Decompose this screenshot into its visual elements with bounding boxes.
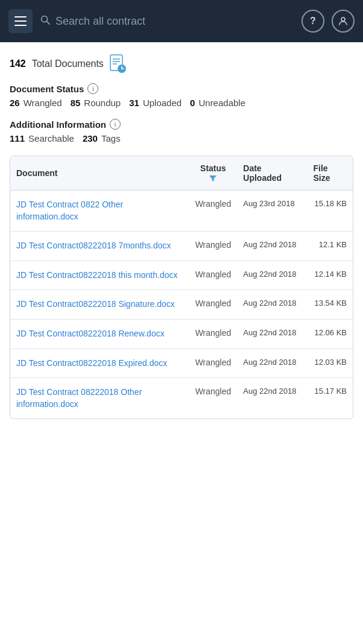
unreadable-label: Unreadable: [198, 98, 245, 108]
roundup-count: 85: [71, 98, 81, 108]
status-cell: Wrangled: [189, 319, 238, 349]
col-status-label: Status: [200, 163, 226, 173]
doc-clock-icon: [110, 54, 127, 74]
status-cell: Wrangled: [189, 378, 238, 419]
documents-table-container: Document Status Date Uploaded File Size …: [10, 156, 353, 419]
app-header: ?: [0, 0, 363, 42]
searchable-count: 111: [10, 133, 25, 144]
document-link[interactable]: JD Test Contract08222018 this month.docx: [16, 270, 177, 280]
date-cell: Aug 23rd 2018: [237, 191, 307, 232]
document-link[interactable]: JD Test Contract08222018 7months.docx: [16, 241, 171, 250]
size-cell: 12.06 KB: [307, 319, 353, 349]
status-cell: Wrangled: [189, 290, 238, 320]
search-input[interactable]: [55, 15, 294, 28]
tags-count: 230: [83, 133, 98, 144]
status-cell: Wrangled: [189, 232, 238, 261]
date-cell: Aug 22nd 2018: [237, 260, 307, 290]
date-cell: Aug 22nd 2018: [237, 319, 307, 349]
unreadable-count: 0: [190, 98, 195, 108]
filter-icon: [209, 174, 217, 183]
svg-line-1: [46, 21, 49, 24]
date-cell: Aug 22nd 2018: [237, 378, 307, 419]
additional-info-label-row: Additional Information i: [10, 119, 353, 130]
col-header-date: Date Uploaded: [237, 156, 307, 191]
roundup-label: Roundup: [84, 98, 121, 108]
searchable-label: Searchable: [28, 133, 74, 144]
document-status-info-icon[interactable]: i: [87, 83, 98, 94]
additional-info-icon[interactable]: i: [110, 119, 121, 130]
table-row: JD Test Contract 08222018 Other informat…: [10, 378, 353, 419]
user-icon: [338, 16, 349, 27]
wrangled-count: 26: [10, 98, 20, 108]
table-row: JD Test Contract08222018 Expired.docxWra…: [10, 349, 353, 378]
date-cell: Aug 22nd 2018: [237, 349, 307, 378]
size-cell: 15.18 KB: [307, 191, 353, 232]
table-row: JD Test Contract08222018 7months.docxWra…: [10, 232, 353, 261]
col-header-status[interactable]: Status: [189, 156, 238, 191]
status-cell: Wrangled: [189, 260, 238, 290]
user-button[interactable]: [332, 10, 355, 33]
table-row: JD Test Contract08222018 this month.docx…: [10, 260, 353, 290]
status-cell: Wrangled: [189, 349, 238, 378]
table-row: JD Test Contract08222018 Renew.docxWrang…: [10, 319, 353, 349]
hamburger-line-1: [14, 16, 27, 17]
table-header-row: Document Status Date Uploaded File Size: [10, 156, 353, 191]
help-label: ?: [310, 16, 316, 27]
menu-button[interactable]: [8, 9, 33, 33]
col-header-document: Document: [10, 156, 189, 191]
additional-label: Additional Information: [10, 119, 106, 130]
document-link[interactable]: JD Test Contract08222018 Renew.docx: [16, 329, 165, 338]
documents-table: Document Status Date Uploaded File Size …: [10, 156, 353, 418]
document-status-section: Document Status i: [10, 83, 353, 94]
size-cell: 12.03 KB: [307, 349, 353, 378]
wrangled-label: Wrangled: [24, 98, 62, 108]
size-cell: 15.17 KB: [307, 378, 353, 419]
document-link[interactable]: JD Test Contract 08222018 Other informat…: [16, 387, 142, 409]
uploaded-count: 31: [129, 98, 139, 108]
svg-point-2: [341, 17, 345, 21]
main-content: 142 Total Documents Document Status i 26…: [0, 42, 363, 419]
date-cell: Aug 22nd 2018: [237, 232, 307, 261]
size-cell: 12.1 KB: [307, 232, 353, 261]
table-row: JD Test Contract08222018 Signature.docxW…: [10, 290, 353, 320]
hamburger-line-2: [14, 21, 27, 22]
uploaded-label: Uploaded: [143, 98, 182, 108]
col-header-size: File Size: [307, 156, 353, 191]
hamburger-line-3: [14, 25, 27, 26]
search-container: [40, 14, 294, 28]
total-count: 142: [10, 58, 26, 69]
document-link[interactable]: JD Test Contract 0822 Other information.…: [16, 200, 123, 221]
status-row: 26 Wrangled 85 Roundup 31 Uploaded 0 Unr…: [10, 98, 353, 108]
additional-row: 111 Searchable 230 Tags: [10, 133, 353, 144]
additional-info-section: Additional Information i 111 Searchable …: [10, 119, 353, 144]
table-row: JD Test Contract 0822 Other information.…: [10, 191, 353, 232]
date-cell: Aug 22nd 2018: [237, 290, 307, 320]
total-docs-row: 142 Total Documents: [10, 54, 353, 74]
document-status-label: Document Status: [10, 84, 84, 94]
size-cell: 12.14 KB: [307, 260, 353, 290]
document-link[interactable]: JD Test Contract08222018 Expired.docx: [16, 358, 167, 368]
size-cell: 13.54 KB: [307, 290, 353, 320]
help-button[interactable]: ?: [301, 10, 324, 33]
tags-label: Tags: [101, 133, 121, 144]
status-cell: Wrangled: [189, 191, 238, 232]
total-label: Total Documents: [32, 58, 104, 69]
document-link[interactable]: JD Test Contract08222018 Signature.docx: [16, 299, 175, 309]
search-icon: [40, 14, 51, 28]
